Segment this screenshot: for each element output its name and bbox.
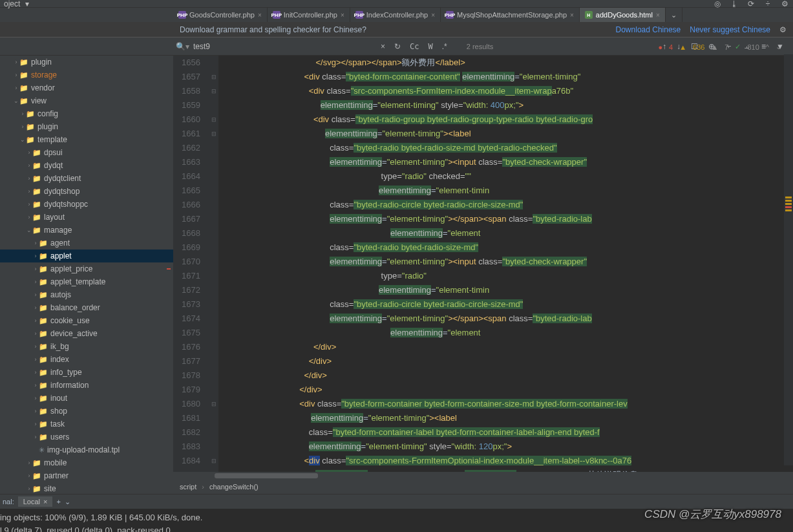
tree-item-storage[interactable]: ›📁storage [0,69,173,81]
typo-count: 810 [747,43,759,51]
settings-icon[interactable]: ⚙ [780,0,789,8]
search-icon[interactable]: 🔍▾ [176,42,189,51]
close-icon[interactable]: × [43,498,47,505]
horizontal-scrollbar[interactable] [173,472,793,480]
top-toolbar: oject ▾ ◎ ⭳ ⟳ ÷ ⚙ [0,0,793,8]
tree-item-applet_price[interactable]: ›📁applet_price [0,262,173,275]
weak-count: 7 [724,43,728,51]
tree-item-dydqtclient[interactable]: ›📁dydqtclient [0,172,173,185]
code-editor[interactable]: 1656165716581659166016611662166316641665… [173,56,793,494]
results-count: 2 results [467,43,494,50]
tree-item-info_type[interactable]: ›📁info_type [0,366,173,379]
tree-item-dydqtshop[interactable]: ›📁dydqtshop [0,185,173,198]
tab-index-controller[interactable]: PHPIndexController.php× [350,8,441,22]
html-icon: H [585,11,593,19]
tree-item-balance_order[interactable]: ›📁balance_order [0,301,173,314]
editor-tabs: PHPGoodsController.php× PHPInitControlle… [0,8,793,22]
regex-toggle[interactable]: .* [439,42,450,51]
error-stripe[interactable] [784,54,793,465]
tree-item-task[interactable]: ›📁task [0,418,173,431]
tree-item-information[interactable]: ›📁information [0,379,173,392]
tab-overflow[interactable]: ⌄ [666,8,682,22]
error-count: 4 [669,43,673,51]
breadcrumb-function[interactable]: changeSwitch() [209,483,259,491]
tree-item-template[interactable]: ⌄📁template [0,133,173,146]
locate-icon[interactable]: ◎ [713,0,722,8]
weak-warning-icon: ▲ [711,43,718,51]
chevron-up-icon[interactable]: ^ [766,43,769,51]
words-toggle[interactable]: W [425,42,435,51]
divide-icon[interactable]: ÷ [763,0,772,8]
tree-item-applet_template[interactable]: ›📁applet_template [0,275,173,288]
tree-item-device_active[interactable]: ›📁device_active [0,327,173,340]
close-icon[interactable]: × [341,12,344,19]
tree-item-dydqt[interactable]: ›📁dydqt [0,159,173,172]
breadcrumb-script[interactable]: script [180,483,196,491]
tab-mysql-shop[interactable]: PHPMysqlShopAttachmentStorage.php× [441,8,580,22]
tree-item-agent[interactable]: ›📁agent [0,237,173,250]
tree-item-site[interactable]: ›📁site [0,482,173,494]
php-icon: PHP [355,11,363,19]
tree-item-manage[interactable]: ⌄📁manage [0,224,173,237]
tree-item-layout[interactable]: ›📁layout [0,211,173,224]
notification-bar: Download grammar and spelling checker fo… [0,22,793,37]
notification-text: Download grammar and spelling checker fo… [180,25,366,34]
tree-item-vendor[interactable]: ›📁vendor [0,81,173,94]
chevron-down-icon: ⌄ [671,11,677,19]
tree-item-plugin[interactable]: ›📁plugin [0,56,173,69]
never-suggest-link[interactable]: Never suggest Chinese [690,25,770,34]
tree-item-partner[interactable]: ›📁partner [0,469,173,482]
history-icon[interactable]: ↻ [392,42,403,51]
gear-icon[interactable]: ⚙ [779,25,787,34]
refresh-icon[interactable]: ⟳ [746,0,756,8]
line-gutter: 1656165716581659166016611662166316641665… [173,56,209,472]
warning-count: 636 [693,43,704,51]
project-dropdown-icon[interactable]: ▾ [25,0,29,8]
warning-icon: ▲ [679,43,686,51]
breadcrumb[interactable]: script › changeSwitch() [173,480,793,494]
inspection-indicators[interactable]: ●4 ▲636 ▲7 ✓810 ^⌄ [658,43,781,51]
terminal-dropdown-icon[interactable]: ⌄ [65,498,70,506]
search-input[interactable] [193,42,374,51]
tree-item-img-upload-modal.tpl[interactable]: ✳img-upload-modal.tpl [0,443,173,456]
tree-item-ik_bg[interactable]: ›📁ik_bg [0,340,173,353]
tree-item-config[interactable]: ›📁config [0,107,173,120]
tree-item-mobile[interactable]: ›📁mobile [0,456,173,469]
tree-item-view[interactable]: ⌄📁view [0,94,173,107]
tree-item-dpsui[interactable]: ›📁dpsui [0,146,173,159]
chevron-down-icon[interactable]: ⌄ [776,43,781,51]
match-case-toggle[interactable]: Cc [407,42,421,51]
tree-item-autojs[interactable]: ›📁autojs [0,288,173,301]
php-icon: PHP [273,11,280,19]
tab-goods-controller[interactable]: PHPGoodsController.php× [173,8,268,22]
project-label: oject [4,0,20,8]
close-icon[interactable]: × [570,12,574,19]
tree-item-cookie_use[interactable]: ›📁cookie_use [0,314,173,327]
php-icon: PHP [446,11,454,19]
project-tree[interactable]: ›📁plugin›📁storage›📁vendor⌄📁view›📁config›… [0,56,173,494]
scrollbar-thumb[interactable] [215,473,318,478]
close-icon[interactable]: × [656,12,660,19]
close-find-icon[interactable]: × [378,42,388,51]
terminal-label: nal: [3,498,14,505]
tree-item-applet[interactable]: ›📁applet [0,250,173,262]
download-icon[interactable]: ⭳ [730,0,739,8]
close-icon[interactable]: × [431,12,435,19]
tree-item-dydqtshoppc[interactable]: ›📁dydqtshoppc [0,198,173,211]
tree-item-index[interactable]: ›📁index [0,353,173,366]
close-icon[interactable]: × [258,12,262,19]
tree-item-plugin[interactable]: ›📁plugin [0,120,173,133]
terminal-tab-local[interactable]: Local× [18,496,53,507]
tree-item-inout[interactable]: ›📁inout [0,392,173,405]
chevron-right-icon: › [202,483,204,491]
tree-item-shop[interactable]: ›📁shop [0,405,173,418]
download-chinese-link[interactable]: Download Chinese [616,25,681,34]
fold-column[interactable]: ⊟⊟⊟⊟⊟⊟ [209,56,218,472]
php-icon: PHP [178,11,186,19]
tree-item-users[interactable]: ›📁users [0,431,173,443]
code-area[interactable]: </svg></span></span>额外费用</label> <div cl… [218,56,793,472]
tab-add-dy-goods[interactable]: HaddDyGoods.html× [580,8,666,22]
tab-init-controller[interactable]: PHPInitController.php× [268,8,350,22]
error-icon: ● [658,43,662,51]
add-terminal-icon[interactable]: + [56,498,60,505]
